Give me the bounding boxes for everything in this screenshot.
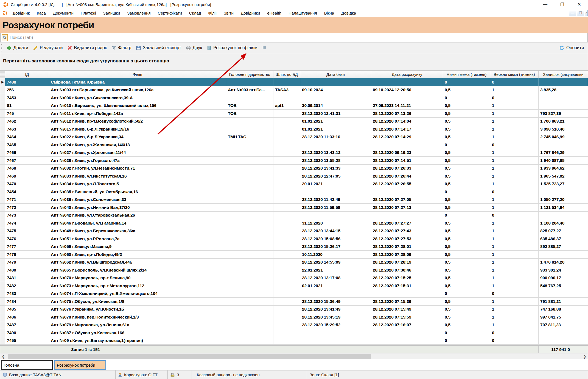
column-header-3[interactable]: Головне підприємство	[226, 71, 273, 78]
table-row[interactable]: 7474Апт №046 г.Бровары, ул.Гагарина,1431…	[0, 219, 588, 227]
menu-item-5[interactable]: Залишки	[100, 10, 124, 16]
column-header-5[interactable]: Дата бази	[300, 71, 371, 78]
table-row[interactable]: 7483Апт №074 г.П-Хмельницкий, ул.Б.Хмель…	[0, 290, 588, 298]
table-row[interactable]: ▶7488Смірнова Тетяна Юрьївна00	[0, 78, 588, 86]
table-row[interactable]: 7465Апт №024 г.Киев, ул.Жилянская,146/13…	[0, 141, 588, 149]
mdi-close-button[interactable]: ×	[585, 10, 588, 16]
cell-col5: 28.12.2020 11:59:58	[300, 204, 371, 211]
menu-item-7[interactable]: Сертифікати	[154, 10, 186, 16]
table-row[interactable]: 7455Апт №09 г.Киев, ул.Баггаутовская,1(т…	[0, 337, 588, 345]
menu-item-1[interactable]: Довідник	[9, 10, 33, 16]
search-bar[interactable]: Поиск (Tab)	[0, 33, 588, 42]
cell-col9	[539, 141, 588, 149]
column-header-1[interactable]: ІД	[5, 71, 49, 78]
cell-col3	[226, 188, 273, 196]
mdi-minimize-button[interactable]: —	[569, 10, 576, 16]
toolbar-grip[interactable]	[1, 44, 2, 51]
cell-col8: 1	[490, 157, 539, 164]
table-row[interactable]: 7487Апт №079 г.Мироновка, ул.Ленина,61а2…	[0, 321, 588, 329]
menu-item-6[interactable]: Замовлення	[124, 10, 154, 16]
filter-button[interactable]: Фільтр	[109, 44, 134, 52]
table-row[interactable]: 7481Апт №070 г.Мариуполь, пр-т.Ленина,90…	[0, 274, 588, 282]
table-row[interactable]: 7463Апт №015 г.Киев, б-р.Л.Украинки,19/1…	[0, 125, 588, 133]
table-row[interactable]: 7480Апт №065 г.Борисполь, ул.Киевский шл…	[0, 266, 588, 274]
column-header-8[interactable]: Верхня межа (тижень)	[490, 71, 539, 78]
menu-item-3[interactable]: Документи	[49, 10, 77, 16]
title-bar: Скарб pro v. 4.0.0.2 [ІД: ] - [Апт №003 …	[0, 0, 588, 9]
add-button[interactable]: Додати	[4, 44, 31, 52]
table-row[interactable]: 7468Апт №032 г.Яготин, ул.Независимости,…	[0, 165, 588, 173]
table-row[interactable]: 7473Апт №042 г.Киев, ул.Старовокзальная,…	[0, 212, 588, 220]
menu-item-8[interactable]: Склад	[186, 10, 205, 16]
row-marker	[0, 321, 5, 329]
table-row[interactable]: 7467Апт №028 г.Киев, ул.Горького,47а28.1…	[0, 157, 588, 165]
table-row[interactable]: 7464Апт №022 г.Киев, б-р.Л.Украинки,34ТМ…	[0, 133, 588, 141]
table-row[interactable]: 7466Апт №027 г.Киев, ул.Урловская,11/442…	[0, 149, 588, 157]
column-header-6[interactable]: Дата розрахунку	[371, 71, 443, 78]
horizontal-scrollbar[interactable]: ❮ ❯	[0, 353, 588, 359]
column-header-9[interactable]: Залишок (закупівельн	[539, 71, 588, 78]
window-minimize-button[interactable]: —	[537, 0, 554, 9]
table-row[interactable]: 256Апт №003 пгт.Барышевка, ул.Киевский ш…	[0, 86, 588, 94]
edit-button[interactable]: Редагувати	[31, 44, 65, 52]
cell-col4: TASA3	[273, 86, 300, 94]
window-restore-button[interactable]: ❐	[554, 0, 571, 9]
row-marker	[0, 266, 5, 274]
table-row[interactable]: 7454Апт №035 г.Вишневый, ул.Октябрьская,…	[0, 188, 588, 196]
group-by-area[interactable]: Перетягніть заголовок колонки сюди для у…	[0, 53, 588, 70]
table-row[interactable]: 7470Апт №034 г.Киев, ул.Л.Толстого,520.0…	[0, 180, 588, 188]
scrollbar-thumb[interactable]	[8, 354, 371, 359]
menu-item-11[interactable]: Довідники	[237, 10, 264, 16]
menu-item-13[interactable]: Налаштування	[285, 10, 321, 16]
table-row[interactable]: 7478Апт №060 г.Киев, пр-т.Победы,49/210.…	[0, 251, 588, 259]
table-row[interactable]: 7476Апт №051 г.Киев, ул.Р.Роллана,7а28.1…	[0, 235, 588, 243]
menu-item-2[interactable]: Каса	[33, 10, 49, 16]
cell-col6	[371, 290, 443, 298]
tab-2[interactable]: Розрахунок потреби	[54, 360, 106, 370]
menu-bar: ДовідникКасаДокументиПлатежіЗалишкиЗамов…	[0, 9, 588, 17]
menu-item-4[interactable]: Платежі	[77, 10, 100, 16]
cell-col7: 0,5	[443, 259, 490, 266]
table-row[interactable]: 7482Апт №073 г.Мариуполь, пр-т.Металлург…	[0, 282, 588, 290]
menu-item-9[interactable]: Філії	[205, 10, 220, 16]
cell-col4	[273, 313, 300, 321]
calc-by-branches-button[interactable]: Розрахунок по філіям	[205, 44, 260, 52]
row-marker	[0, 329, 5, 337]
table-row[interactable]: 7471Апт №036 г.Киев, ул.Соломенская,3328…	[0, 196, 588, 204]
columns-button[interactable]	[260, 44, 269, 51]
delete-row-button[interactable]: Видалити рядок	[65, 44, 109, 52]
print-button[interactable]: Друк	[184, 44, 205, 52]
menu-item-10[interactable]: Звіти	[220, 10, 237, 16]
table-row[interactable]: 7490Апт №087 г.Обухов ул.Киевская,16600	[0, 329, 588, 337]
menu-item-12[interactable]: eHealth	[264, 10, 285, 16]
table-row[interactable]: 7485Апт №076 г.Украинка, ул.Юности,1б28.…	[0, 306, 588, 314]
mdi-restore-button[interactable]: ❐	[577, 10, 584, 16]
cell-col1: 7470	[5, 180, 49, 188]
column-header-7[interactable]: Нижня межа (тижень)	[443, 71, 490, 78]
table-row[interactable]: 7477Апт №059 г.Киев,ул.Мазепы,928.12.202…	[0, 243, 588, 251]
export-button[interactable]: Загальний експорт	[134, 44, 183, 52]
table-row[interactable]: 7472Апт №040 г.Киев, ул.Нижний Вал,37/20…	[0, 204, 588, 212]
cell-col8: 1	[490, 165, 539, 172]
table-row[interactable]: 7484Апт №075 г.Обухов, ул.Киевская,1/828…	[0, 298, 588, 306]
menu-item-15[interactable]: Довідка	[338, 10, 360, 16]
scroll-left-arrow-icon[interactable]: ❮	[0, 353, 6, 359]
table-row[interactable]: 7469Апт №033 г.Киев, ул.Институтская,162…	[0, 172, 588, 180]
table-row[interactable]: 7486Апт №078 г.Киев, пер.Политехнический…	[0, 313, 588, 321]
column-header-4[interactable]: Шлях до БД	[273, 71, 300, 78]
cell-col6: 28.12.2020 07:28:09	[371, 251, 443, 258]
table-row[interactable]: 7453Апт №006 г.Киев, ул.Саксаганского,39…	[0, 94, 588, 102]
table-row[interactable]: 7479Апт №062 г.Киев, ул.Вышгородская,44б…	[0, 259, 588, 267]
search-input[interactable]: Поиск (Tab)	[10, 35, 33, 40]
table-row[interactable]: 7462Апт №012 г.Киев, пр-т.Воздухофлотски…	[0, 118, 588, 126]
window-close-button[interactable]: ×	[571, 0, 588, 9]
scroll-right-arrow-icon[interactable]: ❯	[582, 353, 588, 359]
table-row[interactable]: 745Апт №011 г.Киев, пр-т.Победы,142аТОВ2…	[0, 110, 588, 118]
refresh-button[interactable]: Оновити	[557, 44, 588, 52]
table-row[interactable]: 7475Апт №048 г.Киев, ул.Березняковская,3…	[0, 227, 588, 235]
table-row[interactable]: 81Апт №010 г.Березань, ул. Шевченковский…	[0, 102, 588, 110]
column-header-2[interactable]: Філія	[49, 71, 226, 78]
tab-1[interactable]: Головна	[1, 360, 53, 370]
menu-item-14[interactable]: Вікна	[321, 10, 338, 16]
cell-col1: 7481	[5, 274, 49, 282]
